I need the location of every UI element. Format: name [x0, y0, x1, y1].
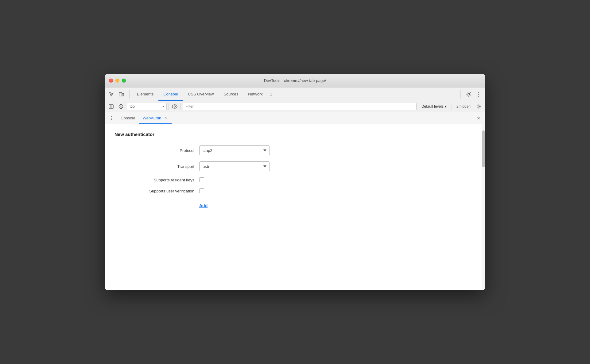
svg-rect-4	[111, 105, 113, 108]
sub-tab-console[interactable]: Console	[117, 112, 139, 124]
svg-point-2	[468, 93, 470, 95]
sidebar-toggle-button[interactable]	[107, 103, 115, 110]
more-tabs-button[interactable]: »	[268, 92, 275, 97]
scrollbar-thumb[interactable]	[482, 130, 485, 167]
resident-keys-label: Supports resident keys	[127, 178, 194, 182]
tab-network[interactable]: Network	[243, 87, 268, 101]
main-content: New authenticator Protocol ctap2 u2f Tra…	[105, 124, 485, 290]
toolbar-left-icons	[107, 90, 130, 99]
maximize-button[interactable]	[122, 79, 126, 83]
svg-line-6	[119, 105, 122, 108]
form-area: Protocol ctap2 u2f Transport usb nfc ble…	[115, 145, 475, 193]
inspect-icon-button[interactable]	[107, 90, 116, 99]
sub-panel-close-button[interactable]: ✕	[474, 114, 483, 122]
settings-icon-button[interactable]	[464, 90, 473, 99]
sub-tabs: Console WebAuthn ✕	[117, 112, 474, 124]
context-selector[interactable]: top ▾	[127, 103, 167, 110]
svg-point-9	[478, 106, 480, 107]
device-icon-button[interactable]	[117, 90, 126, 99]
sub-panel-menu-button[interactable]: ⋮	[107, 114, 116, 122]
title-bar: DevTools - chrome://new-tab-page/	[105, 74, 485, 87]
sub-tab-console-label: Console	[121, 116, 135, 120]
sub-panel: ⋮ Console WebAuthn ✕ ✕	[105, 112, 485, 124]
close-button[interactable]	[109, 79, 113, 83]
svg-point-8	[174, 106, 176, 107]
kebab-icon: ⋮	[109, 115, 114, 121]
divider-2	[180, 103, 181, 110]
user-verification-label: Supports user verification	[127, 189, 194, 193]
divider-1	[169, 103, 169, 110]
transport-label: Transport	[127, 164, 194, 169]
resident-keys-row: Supports resident keys	[127, 177, 475, 182]
add-button[interactable]: Add	[199, 203, 208, 208]
devtools-window: DevTools - chrome://new-tab-page/	[105, 74, 485, 290]
console-settings-button[interactable]	[475, 103, 483, 110]
tab-elements[interactable]: Elements	[132, 87, 158, 101]
main-toolbar: Elements Console CSS Overview Sources Ne…	[105, 87, 485, 101]
section-title: New authenticator	[115, 132, 475, 137]
levels-dropdown-arrow: ▾	[445, 104, 447, 109]
traffic-lights	[109, 79, 126, 83]
divider-3	[452, 103, 452, 110]
tab-css-overview[interactable]: CSS Overview	[183, 87, 219, 101]
filter-input[interactable]	[183, 103, 417, 110]
levels-label: Default levels	[421, 104, 444, 109]
protocol-label: Protocol	[127, 148, 194, 153]
close-icon: ✕	[477, 116, 480, 121]
svg-rect-3	[109, 105, 111, 108]
protocol-row: Protocol ctap2 u2f	[127, 145, 475, 155]
sub-tab-webauthn-label: WebAuthn	[143, 116, 161, 120]
svg-rect-0	[119, 92, 122, 96]
transport-select[interactable]: usb nfc ble internal	[199, 161, 270, 171]
window-title: DevTools - chrome://new-tab-page/	[264, 78, 326, 83]
filter-input-wrap	[183, 103, 417, 110]
context-value: top	[130, 104, 135, 109]
svg-rect-1	[122, 93, 124, 96]
main-tabs: Elements Console CSS Overview Sources Ne…	[132, 87, 460, 101]
filter-bar: top ▾ Default levels ▾ 2 hidden	[105, 101, 485, 112]
user-verification-checkbox[interactable]	[199, 188, 204, 193]
eye-icon-button[interactable]	[171, 103, 179, 110]
scrollbar-area	[482, 124, 485, 290]
block-icon-button[interactable]	[117, 103, 125, 110]
tab-sources[interactable]: Sources	[219, 87, 243, 101]
resident-keys-checkbox[interactable]	[199, 177, 204, 182]
svg-point-7	[172, 105, 177, 108]
tab-console[interactable]: Console	[158, 87, 183, 101]
devtools-container: Elements Console CSS Overview Sources Ne…	[105, 87, 485, 290]
more-options-button[interactable]: ⋮	[474, 91, 483, 98]
transport-row: Transport usb nfc ble internal	[127, 161, 475, 171]
sub-tab-webauthn-close[interactable]: ✕	[163, 116, 168, 121]
context-dropdown-arrow: ▾	[162, 105, 164, 108]
toolbar-right: ⋮	[460, 90, 483, 99]
hidden-badge: 2 hidden	[454, 104, 473, 109]
minimize-button[interactable]	[115, 79, 119, 83]
user-verification-row: Supports user verification	[127, 188, 475, 193]
sub-panel-right: ✕	[474, 114, 483, 122]
sub-tab-webauthn[interactable]: WebAuthn ✕	[139, 112, 172, 124]
protocol-select[interactable]: ctap2 u2f	[199, 145, 270, 155]
default-levels-button[interactable]: Default levels ▾	[418, 103, 450, 110]
